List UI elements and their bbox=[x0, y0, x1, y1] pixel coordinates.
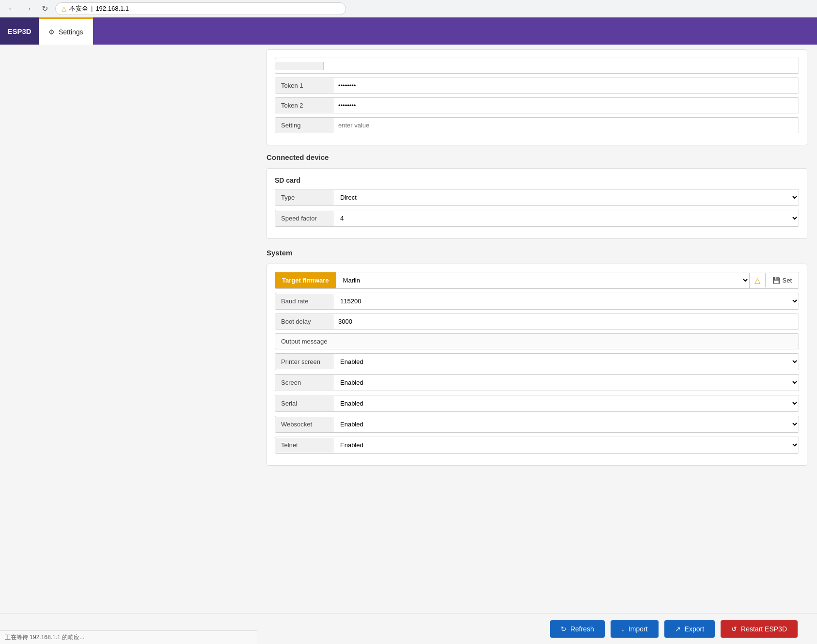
status-message: 正在等待 192.168.1.1 的响应... bbox=[5, 633, 84, 642]
token1-row: Token 1 bbox=[275, 78, 799, 94]
token2-input[interactable] bbox=[333, 98, 799, 113]
connected-device-title: Connected device bbox=[267, 153, 807, 161]
firmware-set-button[interactable]: 💾 Set bbox=[765, 273, 799, 287]
firmware-row: Target firmware Marlin Grbl Smoothieware… bbox=[275, 272, 799, 289]
printer-screen-label: Printer screen bbox=[275, 354, 333, 369]
token2-label: Token 2 bbox=[275, 98, 333, 113]
separator: | bbox=[91, 5, 93, 12]
speed-factor-row: Speed factor 1 2 4 8 bbox=[275, 210, 799, 227]
type-select[interactable]: Direct SDFat None bbox=[333, 189, 799, 205]
address-bar[interactable]: △ 不安全 | 192.168.1.1 bbox=[55, 2, 346, 15]
telnet-select[interactable]: Enabled Disabled bbox=[333, 437, 799, 453]
websocket-row: Websocket Enabled Disabled bbox=[275, 416, 799, 433]
system-card: Target firmware Marlin Grbl Smoothieware… bbox=[267, 264, 807, 466]
baud-rate-label: Baud rate bbox=[275, 294, 333, 309]
refresh-icon: ↻ bbox=[561, 625, 566, 633]
import-button[interactable]: ↓ Import bbox=[611, 620, 659, 638]
security-warning-icon: △ bbox=[62, 5, 66, 12]
setting-label: Setting bbox=[275, 118, 333, 133]
serial-row: Serial Enabled Disabled bbox=[275, 395, 799, 412]
baud-rate-row: Baud rate 9600 19200 38400 57600 115200 … bbox=[275, 293, 799, 310]
forward-button[interactable]: → bbox=[22, 3, 34, 15]
partial-label bbox=[275, 62, 324, 70]
sd-card-section: SD card Type Direct SDFat None Speed fac… bbox=[267, 168, 807, 239]
restart-icon: ↺ bbox=[731, 625, 737, 633]
token1-input[interactable] bbox=[333, 78, 799, 93]
browser-bar: ← → ↻ △ 不安全 | 192.168.1.1 bbox=[0, 0, 817, 17]
import-label: Import bbox=[628, 625, 648, 633]
printer-screen-row: Printer screen Enabled Disabled bbox=[275, 353, 799, 370]
system-title: System bbox=[267, 249, 807, 257]
reload-button[interactable]: ↻ bbox=[39, 3, 50, 15]
setting-row: Setting bbox=[275, 117, 799, 133]
boot-delay-row: Boot delay bbox=[275, 314, 799, 330]
telnet-label: Telnet bbox=[275, 438, 333, 453]
partial-input[interactable] bbox=[324, 58, 799, 73]
url-text: 192.168.1.1 bbox=[95, 5, 129, 12]
sd-card-title: SD card bbox=[275, 176, 799, 184]
settings-tab[interactable]: ⚙ Settings bbox=[39, 17, 93, 45]
speed-factor-select[interactable]: 1 2 4 8 bbox=[333, 210, 799, 226]
restart-button[interactable]: ↺ Restart ESP3D bbox=[721, 620, 798, 638]
partial-row bbox=[275, 58, 799, 74]
type-label: Type bbox=[275, 190, 333, 205]
screen-select[interactable]: Enabled Disabled bbox=[333, 375, 799, 391]
tokens-card: Token 1 Token 2 Setting bbox=[267, 49, 807, 145]
security-warning-text: 不安全 bbox=[69, 4, 88, 13]
restart-label: Restart ESP3D bbox=[741, 625, 787, 633]
output-message-title: Output message bbox=[275, 333, 799, 349]
app-header: ESP3D ⚙ Settings bbox=[0, 17, 817, 45]
left-panel bbox=[0, 45, 257, 626]
system-section: System Target firmware Marlin Grbl Smoot… bbox=[267, 249, 807, 466]
save-icon: 💾 bbox=[772, 277, 780, 284]
websocket-select[interactable]: Enabled Disabled bbox=[333, 416, 799, 432]
serial-label: Serial bbox=[275, 396, 333, 411]
serial-select[interactable]: Enabled Disabled bbox=[333, 395, 799, 411]
main-content: Token 1 Token 2 Setting Connected device… bbox=[0, 45, 817, 626]
connected-device-section: Connected device SD card Type Direct SDF… bbox=[267, 153, 807, 239]
export-button[interactable]: ↗ Export bbox=[664, 620, 715, 638]
firmware-select[interactable]: Marlin Grbl Smoothieware Repetier MKS DL… bbox=[336, 272, 750, 288]
right-panel: Token 1 Token 2 Setting Connected device… bbox=[257, 45, 817, 626]
type-row: Type Direct SDFat None bbox=[275, 189, 799, 206]
token1-label: Token 1 bbox=[275, 78, 333, 93]
export-label: Export bbox=[685, 625, 704, 633]
refresh-label: Refresh bbox=[570, 625, 594, 633]
refresh-button[interactable]: ↻ Refresh bbox=[550, 620, 605, 638]
boot-delay-label: Boot delay bbox=[275, 314, 333, 329]
set-label: Set bbox=[782, 277, 792, 284]
screen-row: Screen Enabled Disabled bbox=[275, 374, 799, 391]
warn-triangle-icon: △ bbox=[754, 276, 760, 284]
esp3d-logo[interactable]: ESP3D bbox=[0, 17, 39, 45]
back-button[interactable]: ← bbox=[6, 3, 17, 15]
firmware-warn-button[interactable]: △ bbox=[749, 273, 765, 288]
import-icon: ↓ bbox=[621, 625, 625, 633]
export-icon: ↗ bbox=[675, 625, 681, 633]
logo-text: ESP3D bbox=[7, 27, 31, 35]
boot-delay-input[interactable] bbox=[333, 314, 799, 329]
speed-factor-label: Speed factor bbox=[275, 211, 333, 226]
token2-row: Token 2 bbox=[275, 97, 799, 113]
websocket-label: Websocket bbox=[275, 417, 333, 432]
telnet-row: Telnet Enabled Disabled bbox=[275, 437, 799, 454]
baud-rate-select[interactable]: 9600 19200 38400 57600 115200 230400 250… bbox=[333, 293, 799, 309]
gear-icon: ⚙ bbox=[48, 28, 55, 36]
screen-label: Screen bbox=[275, 375, 333, 390]
setting-input[interactable] bbox=[333, 118, 799, 133]
printer-screen-select[interactable]: Enabled Disabled bbox=[333, 354, 799, 370]
settings-tab-label: Settings bbox=[59, 28, 83, 36]
target-firmware-button[interactable]: Target firmware bbox=[275, 272, 336, 288]
status-bar: 正在等待 192.168.1.1 的响应... bbox=[0, 630, 257, 644]
